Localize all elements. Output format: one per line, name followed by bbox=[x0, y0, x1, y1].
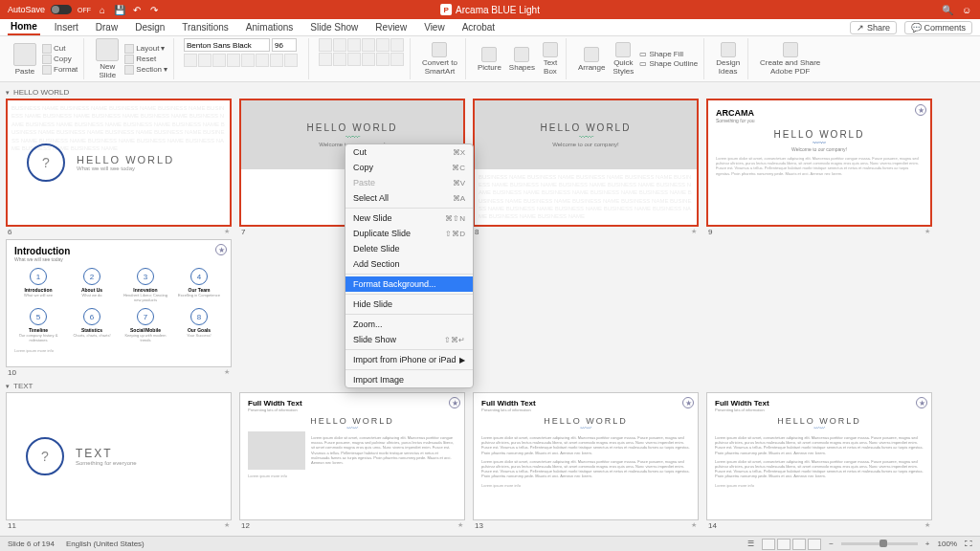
ctx-add-section[interactable]: Add Section bbox=[345, 256, 473, 272]
shadow-button[interactable] bbox=[241, 54, 255, 67]
slide-9[interactable]: ★ ARCAMA Something for you HELLO WORLD 〰… bbox=[706, 99, 932, 227]
reset-button[interactable]: Reset bbox=[124, 55, 167, 64]
align-right-button[interactable] bbox=[347, 53, 361, 66]
indent-left-button[interactable] bbox=[347, 38, 361, 52]
home-icon[interactable]: ⌂ bbox=[97, 4, 108, 15]
indent-right-button[interactable] bbox=[362, 38, 375, 52]
arrange-button[interactable]: Arrange bbox=[576, 45, 607, 74]
layout-button[interactable]: Layout ▾ bbox=[124, 44, 167, 54]
tab-insert[interactable]: Insert bbox=[52, 20, 81, 34]
text-direction-button[interactable] bbox=[390, 38, 404, 52]
ctx-copy[interactable]: Copy⌘C bbox=[345, 160, 473, 175]
text-box-button[interactable]: Text Box bbox=[541, 40, 560, 77]
slide-12[interactable]: ★ Full Width Text Presenting lots of inf… bbox=[239, 392, 465, 520]
numbering-button[interactable] bbox=[333, 38, 346, 52]
section-button[interactable]: Section ▾ bbox=[124, 65, 167, 75]
underline-button[interactable] bbox=[212, 54, 226, 67]
italic-button[interactable] bbox=[198, 54, 212, 67]
ctx-slideshow[interactable]: Slide Show⇧⌘↵ bbox=[345, 332, 473, 347]
ctx-select-all[interactable]: Select All⌘A bbox=[345, 190, 473, 206]
ribbon-tabs: Home Insert Draw Design Transitions Anim… bbox=[0, 19, 980, 36]
animation-badge-icon: ★ bbox=[449, 397, 460, 408]
notes-button[interactable]: ☰ bbox=[747, 540, 754, 548]
new-slide-button[interactable]: New Slide bbox=[94, 36, 121, 81]
shape-outline-button[interactable]: Shape Outline bbox=[639, 59, 698, 68]
tab-design[interactable]: Design bbox=[132, 20, 167, 34]
tab-acrobat[interactable]: Acrobat bbox=[459, 20, 498, 34]
autosave-toggle[interactable] bbox=[51, 5, 72, 14]
ctx-new-slide[interactable]: New Slide⌘⇧N bbox=[345, 210, 473, 226]
reading-view-button[interactable] bbox=[792, 539, 806, 550]
slide-sorter[interactable]: HELLO WORLD BUSINESS NAME BUSINESS NAME … bbox=[0, 82, 980, 541]
undo-icon[interactable]: ↶ bbox=[131, 4, 143, 15]
paste-button[interactable]: Paste bbox=[11, 41, 38, 77]
copy-button[interactable]: Copy bbox=[42, 55, 78, 64]
intro-cell: 8Our GoalsYour Success! bbox=[175, 308, 223, 342]
format-painter-button[interactable]: Format bbox=[42, 65, 78, 75]
share-button[interactable]: ↗ Share bbox=[850, 21, 897, 34]
save-icon[interactable]: 💾 bbox=[114, 4, 125, 15]
tab-view[interactable]: View bbox=[421, 20, 448, 34]
strike-button[interactable] bbox=[227, 54, 240, 67]
normal-view-button[interactable] bbox=[762, 539, 775, 550]
cut-button[interactable]: Cut bbox=[42, 44, 78, 54]
quick-styles-button[interactable]: Quick Styles bbox=[611, 40, 635, 77]
align-text-button[interactable] bbox=[390, 53, 404, 66]
ctx-hide-slide[interactable]: Hide Slide bbox=[345, 297, 473, 312]
language-indicator[interactable]: English (United States) bbox=[66, 540, 145, 548]
sorter-view-button[interactable] bbox=[777, 539, 791, 550]
tab-transitions[interactable]: Transitions bbox=[179, 20, 232, 34]
tab-draw[interactable]: Draw bbox=[93, 20, 121, 34]
ctx-cut[interactable]: Cut⌘X bbox=[345, 144, 473, 160]
ctx-import-image[interactable]: Import Image bbox=[345, 372, 473, 387]
fit-to-window-button[interactable]: ⛶ bbox=[965, 540, 972, 548]
zoom-out-button[interactable]: − bbox=[829, 540, 834, 548]
shape-fill-button[interactable]: Shape Fill bbox=[639, 50, 698, 58]
font-color-button[interactable] bbox=[284, 54, 298, 67]
ctx-delete-slide[interactable]: Delete Slide bbox=[345, 241, 473, 256]
redo-icon[interactable]: ↷ bbox=[148, 4, 160, 15]
align-left-button[interactable] bbox=[319, 53, 332, 66]
tab-animations[interactable]: Animations bbox=[243, 20, 296, 34]
slideshow-view-button[interactable] bbox=[808, 539, 821, 550]
ctx-format-background[interactable]: Format Background... bbox=[345, 276, 473, 292]
comments-button[interactable]: 💬 Comments bbox=[904, 21, 972, 34]
ctx-duplicate-slide[interactable]: Duplicate Slide⇧⌘D bbox=[345, 226, 473, 241]
line-spacing-button[interactable] bbox=[376, 38, 390, 52]
zoom-slider[interactable] bbox=[841, 542, 918, 545]
ctx-zoom[interactable]: Zoom... bbox=[345, 317, 473, 332]
slide-11[interactable]: ? TEXT Something for everyone bbox=[6, 392, 232, 520]
align-center-button[interactable] bbox=[333, 53, 346, 66]
search-icon[interactable]: 🔍 bbox=[942, 4, 953, 15]
bold-button[interactable] bbox=[184, 54, 197, 67]
tab-slideshow[interactable]: Slide Show bbox=[307, 20, 361, 34]
slide-6[interactable]: BUSINESS NAME BUSINESS NAME BUSINESS NAM… bbox=[6, 99, 232, 227]
spacing-button[interactable] bbox=[256, 54, 269, 67]
picture-button[interactable]: Picture bbox=[476, 45, 503, 74]
shapes-button[interactable]: Shapes bbox=[507, 45, 537, 74]
font-size-input[interactable] bbox=[272, 38, 297, 52]
tab-home[interactable]: Home bbox=[8, 19, 40, 35]
section-hello[interactable]: HELLO WORLD bbox=[6, 86, 974, 99]
convert-smartart-button[interactable]: Convert to SmartArt bbox=[420, 40, 459, 77]
adobe-pdf-button[interactable]: Create and Share Adobe PDF bbox=[758, 40, 822, 77]
animation-badge-icon: ★ bbox=[916, 397, 927, 408]
slide-13[interactable]: ★ Full Width Text Presenting lots of inf… bbox=[473, 392, 699, 520]
highlight-button[interactable] bbox=[270, 54, 283, 67]
ctx-import-ios[interactable]: Import from iPhone or iPad▶ bbox=[345, 352, 473, 367]
slide-14[interactable]: ★ Full Width Text Presenting lots of inf… bbox=[706, 392, 932, 520]
ctx-paste: Paste⌘V bbox=[345, 175, 473, 190]
design-ideas-button[interactable]: Design Ideas bbox=[714, 40, 742, 77]
bullets-button[interactable] bbox=[319, 38, 332, 52]
slide-counter[interactable]: Slide 6 of 194 bbox=[8, 540, 55, 548]
justify-button[interactable] bbox=[362, 53, 375, 66]
zoom-level[interactable]: 100% bbox=[938, 540, 957, 548]
slide-8[interactable]: ★ BUSINESS NAME BUSINESS NAME BUSINESS N… bbox=[473, 99, 699, 227]
slide-10[interactable]: ★ Introduction What we will see today 1I… bbox=[6, 239, 232, 367]
zoom-in-button[interactable]: + bbox=[925, 540, 930, 548]
columns-button[interactable] bbox=[376, 53, 390, 66]
user-icon[interactable]: ☺ bbox=[961, 4, 972, 15]
tab-review[interactable]: Review bbox=[372, 20, 410, 34]
section-text[interactable]: TEXT bbox=[6, 380, 974, 392]
font-name-input[interactable] bbox=[184, 38, 270, 52]
